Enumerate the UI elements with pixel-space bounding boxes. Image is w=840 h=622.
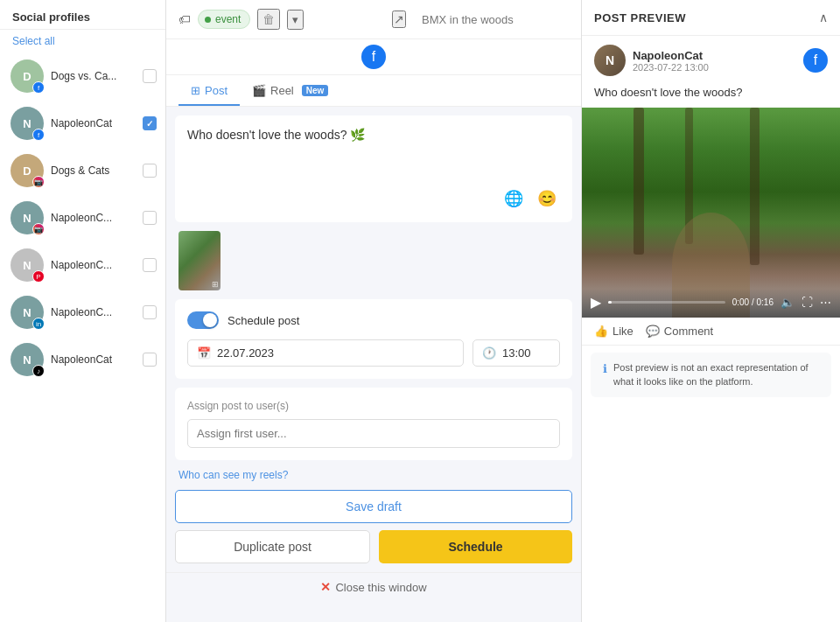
assign-label: Assign post to user(s) <box>187 400 560 412</box>
preview-caption: Who doesn't love the woods? <box>582 81 840 108</box>
thumbs-up-icon: 👍 <box>594 325 608 338</box>
image-overlay-icon: ⊞ <box>212 280 219 289</box>
profile-name: NapoleonCat <box>51 353 143 366</box>
assign-user-input[interactable] <box>187 419 560 448</box>
event-badge[interactable]: event <box>198 10 250 29</box>
tag-icon: 🏷 <box>178 12 191 26</box>
pinterest-badge: P <box>32 270 45 283</box>
video-time: 0:00 / 0:16 <box>732 297 774 307</box>
profile-checkbox[interactable] <box>143 258 157 272</box>
social-panel-header: Social profiles <box>0 0 165 30</box>
image-button[interactable]: 🌐 <box>500 185 527 212</box>
emoji-button[interactable]: 😊 <box>534 185 560 212</box>
progress-bar[interactable] <box>608 301 725 304</box>
fullscreen-button[interactable]: ⛶ <box>802 296 813 309</box>
reels-link[interactable]: Who can see my reels? <box>175 469 572 481</box>
post-text[interactable]: Who doesn't love the woods? 🌿 <box>187 126 560 178</box>
share-button[interactable]: ↗ <box>392 10 406 28</box>
avatar-wrapper: D f <box>10 59 44 93</box>
profile-item-2[interactable]: N f NapoleonCat <box>0 100 165 147</box>
preview-panel: POST PREVIEW ∧ N NapoleonCat 2023-07-22 … <box>582 0 840 622</box>
close-bar: ✕ Close this window <box>166 572 581 601</box>
duplicate-button[interactable]: Duplicate post <box>175 530 370 563</box>
profile-item-5[interactable]: N P NapoleonC... <box>0 241 165 289</box>
profile-name: NapoleonCat <box>51 117 143 129</box>
date-value: 22.07.2023 <box>217 346 274 360</box>
calendar-icon: 📅 <box>197 346 211 360</box>
post-title-input[interactable] <box>422 13 569 26</box>
select-all-link[interactable]: Select all <box>0 30 165 52</box>
tab-reel[interactable]: 🎬 Reel New <box>240 75 340 106</box>
comment-action[interactable]: 💬 Comment <box>646 325 713 338</box>
instagram-badge: 📷 <box>32 176 45 188</box>
tab-post[interactable]: ⊞ Post <box>178 75 240 106</box>
tiktok-badge: ♪ <box>32 365 45 377</box>
post-actions-row: 🌐 😊 <box>187 185 560 212</box>
avatar-wrapper: N in <box>10 296 44 329</box>
new-badge: New <box>302 85 329 96</box>
post-image-thumb[interactable]: ⊞ <box>178 231 220 290</box>
profile-item-1[interactable]: D f Dogs vs. Ca... <box>0 52 165 100</box>
profile-item-6[interactable]: N in NapoleonC... <box>0 289 165 336</box>
profile-checkbox[interactable] <box>143 164 157 178</box>
close-x-icon: ✕ <box>320 580 331 594</box>
preview-profile-name: NapoleonCat <box>633 49 709 62</box>
preview-facebook-icon: f <box>803 48 828 73</box>
play-button[interactable]: ▶ <box>591 294 601 311</box>
volume-button[interactable]: 🔈 <box>780 296 794 309</box>
instagram-badge: 📷 <box>32 223 45 235</box>
profile-name: NapoleonC... <box>51 306 143 318</box>
preview-avatar: N <box>594 45 626 76</box>
preview-profile-row: N NapoleonCat 2023-07-22 13:00 f <box>582 36 840 81</box>
trash-button[interactable]: 🗑 <box>257 9 280 30</box>
profile-checkbox[interactable] <box>143 116 157 130</box>
post-image-row: ⊞ <box>166 231 581 299</box>
app-container: Social profiles Select all D f Dogs vs. … <box>0 0 840 622</box>
schedule-label: Schedule post <box>228 314 299 327</box>
action-buttons: Save draft Duplicate post Schedule <box>175 490 572 563</box>
avatar-wrapper: N f <box>10 107 44 140</box>
close-window-link[interactable]: ✕ Close this window <box>320 580 426 594</box>
save-draft-button[interactable]: Save draft <box>175 490 572 523</box>
schedule-button[interactable]: Schedule <box>379 530 572 563</box>
assign-section: Assign post to user(s) <box>175 388 572 460</box>
date-input[interactable]: 📅 22.07.2023 <box>187 339 464 367</box>
preview-info: ℹ Post preview is not an exact represent… <box>591 353 831 397</box>
editor-panel: 🏷 event 🗑 ▾ ↗ f ⊞ Post 🎬 Reel New <box>166 0 582 622</box>
time-value: 13:00 <box>502 346 531 360</box>
avatar-wrapper: N P <box>10 248 44 282</box>
like-action[interactable]: 👍 Like <box>594 325 634 338</box>
chevron-up-icon[interactable]: ∧ <box>819 10 828 24</box>
tab-post-label: Post <box>205 84 228 97</box>
schedule-toggle-row: Schedule post <box>187 311 560 329</box>
preview-image: ▶ 0:00 / 0:16 🔈 ⛶ ⋯ <box>582 108 840 318</box>
comment-label: Comment <box>664 325 713 338</box>
chevron-down-button[interactable]: ▾ <box>287 10 304 30</box>
editor-top-bar: 🏷 event 🗑 ▾ ↗ <box>166 0 581 39</box>
preview-title: POST PREVIEW <box>594 11 686 24</box>
schedule-toggle[interactable] <box>187 311 219 329</box>
info-text: Post preview is not an exact representat… <box>613 361 819 388</box>
post-tabs: ⊞ Post 🎬 Reel New <box>166 75 581 107</box>
profile-checkbox[interactable] <box>143 211 157 225</box>
profile-checkbox[interactable] <box>143 353 157 367</box>
profile-name: Dogs vs. Ca... <box>51 70 143 82</box>
info-icon: ℹ <box>603 362 607 375</box>
reel-tab-icon: 🎬 <box>252 84 266 97</box>
profile-item-3[interactable]: D 📷 Dogs & Cats <box>0 147 165 194</box>
more-options-button[interactable]: ⋯ <box>820 296 831 309</box>
post-tab-icon: ⊞ <box>191 84 200 97</box>
profile-checkbox[interactable] <box>143 69 157 83</box>
clock-icon: 🕐 <box>482 346 496 360</box>
toggle-knob <box>203 313 217 327</box>
profile-checkbox[interactable] <box>143 305 157 319</box>
comment-icon: 💬 <box>646 325 660 338</box>
facebook-icon-large: f <box>361 45 386 69</box>
profile-item-7[interactable]: N ♪ NapoleonCat <box>0 336 165 383</box>
profile-item-4[interactable]: N 📷 NapoleonC... <box>0 194 165 241</box>
event-label: event <box>215 13 241 25</box>
time-input[interactable]: 🕐 13:00 <box>472 339 560 367</box>
facebook-badge: f <box>32 129 45 141</box>
preview-actions: 👍 Like 💬 Comment <box>582 318 840 346</box>
schedule-section: Schedule post 📅 22.07.2023 🕐 13:00 <box>175 299 572 379</box>
